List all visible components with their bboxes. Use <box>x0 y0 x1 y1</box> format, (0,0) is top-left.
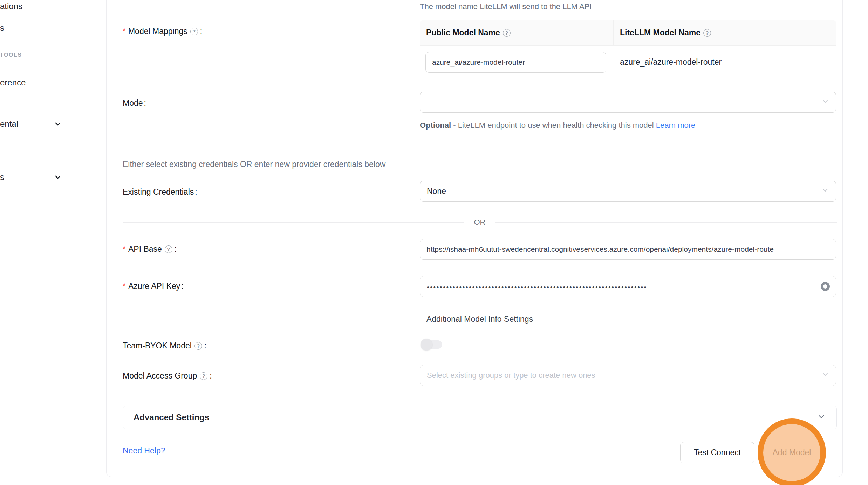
model-mappings-table: Public Model Name ? LiteLLM Model Name ?… <box>420 20 836 79</box>
show-password-eye-icon[interactable] <box>821 282 830 291</box>
table-row: azure_ai/azure-model-router <box>420 46 836 79</box>
add-model-form-screen: ations s TOOLS erence ental s The model … <box>0 0 868 485</box>
sidebar-item-organizations[interactable]: ations <box>0 1 22 11</box>
existing-credentials-value: None <box>427 187 446 196</box>
chevron-down-icon <box>817 412 826 423</box>
model-name-hint: The model name LiteLLM will send to the … <box>420 2 592 11</box>
add-model-button[interactable]: Add Model <box>760 442 823 463</box>
existing-credentials-select[interactable]: None <box>420 181 836 202</box>
chevron-down-icon <box>821 97 829 107</box>
test-connect-button[interactable]: Test Connect <box>680 442 754 463</box>
sidebar-section-tools: TOOLS <box>0 52 22 58</box>
or-divider: OR <box>123 218 837 227</box>
existing-credentials-label: Existing Credentials : <box>123 187 197 197</box>
column-header-litellm-model-name: LiteLLM Model Name ? <box>613 20 836 45</box>
learn-more-link[interactable]: Learn more <box>656 121 696 130</box>
column-header-public-model-name: Public Model Name ? <box>420 28 613 37</box>
chevron-down-icon[interactable] <box>54 120 62 130</box>
help-question-icon[interactable]: ? <box>194 342 202 350</box>
sidebar-item-5[interactable]: s <box>0 172 4 182</box>
sidebar-item-1[interactable]: s <box>0 23 4 33</box>
sidebar-item-inference[interactable]: erence <box>0 78 26 88</box>
help-question-icon[interactable]: ? <box>200 372 207 380</box>
mode-select[interactable] <box>420 92 836 113</box>
model-mappings-table-header: Public Model Name ? LiteLLM Model Name ? <box>420 20 836 46</box>
azure-api-key-label: * Azure API Key : <box>123 282 184 291</box>
help-question-icon[interactable]: ? <box>190 28 198 35</box>
need-help-link[interactable]: Need Help? <box>123 446 165 456</box>
advanced-settings-title: Advanced Settings <box>134 413 209 422</box>
model-mappings-label: * Model Mappings ? : <box>123 27 202 36</box>
chevron-down-icon[interactable] <box>54 173 62 183</box>
required-mark: * <box>123 244 126 254</box>
api-base-label: * API Base ? : <box>123 244 177 254</box>
advanced-settings-panel[interactable]: Advanced Settings <box>123 406 837 429</box>
azure-api-key-input[interactable]: ••••••••••••••••••••••••••••••••••••••••… <box>420 276 836 297</box>
help-question-icon[interactable]: ? <box>165 245 172 253</box>
chevron-down-icon <box>821 186 829 196</box>
chevron-down-icon <box>821 370 829 380</box>
model-access-group-label: Model Access Group ? : <box>123 371 212 381</box>
sidebar: ations s TOOLS erence ental s <box>0 0 103 485</box>
model-access-group-placeholder: Select existing groups or type to create… <box>427 371 595 380</box>
team-byok-label: Team-BYOK Model ? : <box>123 341 206 351</box>
api-base-input[interactable] <box>420 239 836 260</box>
mode-help-text: Optional - LiteLLM endpoint to use when … <box>420 118 709 132</box>
required-mark: * <box>123 27 126 36</box>
help-question-icon[interactable]: ? <box>703 29 711 37</box>
help-question-icon[interactable]: ? <box>503 29 511 37</box>
model-access-group-select[interactable]: Select existing groups or type to create… <box>420 365 836 386</box>
public-model-name-input[interactable] <box>425 52 606 73</box>
masked-password-value: ••••••••••••••••••••••••••••••••••••••••… <box>427 282 647 291</box>
credentials-note: Either select existing credentials OR en… <box>123 160 385 169</box>
mode-label: Mode : <box>123 98 146 108</box>
litellm-model-name-value: azure_ai/azure-model-router <box>613 57 836 67</box>
team-byok-toggle[interactable] <box>421 338 444 351</box>
additional-settings-divider: Additional Model Info Settings <box>123 314 837 324</box>
sidebar-item-experimental[interactable]: ental <box>0 119 18 129</box>
required-mark: * <box>123 282 126 291</box>
